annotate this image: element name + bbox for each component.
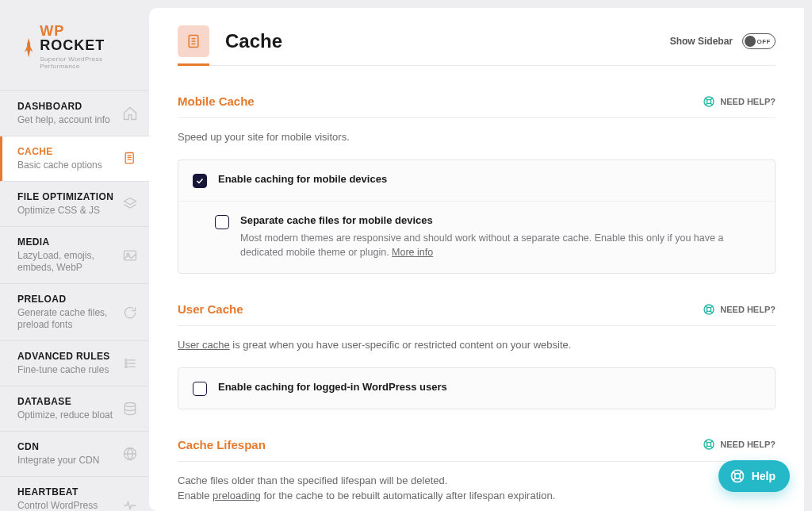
option-label: Separate cache files for mobile devices	[240, 214, 760, 226]
enable-mobile-caching-row: Enable caching for mobile devices	[178, 160, 775, 201]
mobile-cache-options: Enable caching for mobile devices Separa…	[178, 159, 776, 275]
need-help-text: NEED HELP?	[720, 440, 776, 449]
nav-label: MEDIA	[17, 236, 122, 248]
svg-point-25	[707, 307, 711, 311]
section-desc: User cache is great when you have user-s…	[178, 337, 776, 353]
nav-sub: Generate cache files, preload fonts	[17, 307, 122, 331]
nav-sub: Fine-tune cache rules	[17, 364, 110, 376]
svg-line-34	[706, 446, 708, 448]
sidebar-item-cdn[interactable]: CDN Integrate your CDN	[0, 431, 149, 476]
svg-line-26	[706, 305, 708, 308]
sidebar-item-media[interactable]: MEDIA LazyLoad, emojis, embeds, WebP	[0, 226, 149, 283]
nav-label: FILE OPTIMIZATION	[17, 191, 113, 202]
section-cache-lifespan: Cache Lifespan NEED HELP? Cache files ol…	[178, 438, 776, 512]
svg-line-29	[710, 311, 713, 313]
section-mobile-cache: Mobile Cache NEED HELP? Speed up your si…	[178, 94, 776, 274]
brand-tagline: Superior WordPress Performance	[40, 56, 132, 70]
sidebar-item-cache[interactable]: CACHE Basic cache options	[0, 136, 149, 181]
need-help-link[interactable]: NEED HELP?	[703, 303, 776, 316]
svg-line-33	[710, 440, 713, 443]
nav-label: PRELOAD	[17, 294, 122, 305]
svg-line-35	[710, 446, 713, 448]
sidebar: WP ROCKET Superior WordPress Performance…	[0, 0, 149, 511]
nav-sub: Integrate your CDN	[17, 455, 99, 467]
svg-line-40	[733, 478, 735, 481]
nav-sub: Optimize CSS & JS	[17, 205, 113, 217]
enable-mobile-caching-checkbox[interactable]	[193, 174, 207, 188]
svg-line-21	[710, 98, 713, 100]
nav-label: CDN	[17, 441, 99, 452]
option-sub: Most modern themes are responsive and sh…	[240, 231, 760, 261]
rocket-icon	[24, 38, 33, 58]
separate-mobile-cache-checkbox[interactable]	[215, 215, 229, 229]
brand-wp: WP	[40, 23, 64, 39]
sidebar-item-advanced-rules[interactable]: ADVANCED RULES Fine-tune cache rules	[0, 340, 149, 386]
svg-line-23	[710, 103, 713, 106]
sidebar-item-dashboard[interactable]: DASHBOARD Get help, account info	[0, 90, 149, 136]
help-float-label: Help	[752, 470, 776, 482]
section-title: Cache Lifespan	[178, 438, 266, 451]
svg-line-38	[733, 471, 735, 474]
svg-line-41	[739, 478, 741, 481]
nav-label: DATABASE	[17, 396, 113, 407]
svg-point-31	[707, 442, 711, 446]
nav-label: DASHBOARD	[17, 101, 110, 112]
cache-icon	[122, 151, 138, 167]
brand-logo: WP ROCKET Superior WordPress Performance	[0, 24, 149, 90]
svg-line-39	[739, 471, 741, 474]
section-desc: Speed up your site for mobile visitors.	[178, 129, 776, 145]
page-cache-icon	[178, 25, 209, 57]
show-sidebar-label: Show Sidebar	[670, 36, 733, 47]
sliders-icon	[122, 355, 138, 371]
sidebar-item-preload[interactable]: PRELOAD Generate cache files, preload fo…	[0, 283, 149, 340]
user-cache-link[interactable]: User cache	[178, 339, 230, 351]
show-sidebar-toggle[interactable]: OFF	[742, 33, 776, 49]
sidebar-item-database[interactable]: DATABASE Optimize, reduce bloat	[0, 386, 149, 431]
home-icon	[122, 106, 138, 121]
main-panel: Cache Show Sidebar OFF Mobile Cache NEED…	[149, 8, 804, 511]
preloading-link[interactable]: preloading	[213, 490, 261, 501]
svg-line-32	[706, 440, 708, 443]
option-label: Enable caching for mobile devices	[218, 173, 387, 185]
help-float-button[interactable]: Help	[718, 460, 790, 492]
section-user-cache: User Cache NEED HELP? User cache is grea…	[178, 302, 776, 409]
page-header: Cache Show Sidebar OFF	[178, 25, 776, 66]
nav-sub: Get help, account info	[17, 114, 110, 126]
nav-sub: LazyLoad, emojis, embeds, WebP	[17, 250, 122, 274]
svg-line-22	[706, 103, 708, 106]
lifebuoy-icon	[703, 438, 715, 451]
more-info-link[interactable]: More info	[392, 247, 433, 258]
svg-point-8	[125, 363, 128, 365]
need-help-text: NEED HELP?	[720, 305, 776, 314]
svg-rect-0	[125, 153, 133, 163]
nav-label: CACHE	[17, 146, 102, 157]
svg-point-19	[707, 99, 711, 103]
brand-rocket: ROCKET	[40, 37, 105, 53]
heartbeat-icon	[122, 498, 138, 512]
sidebar-nav: DASHBOARD Get help, account info CACHE B…	[0, 90, 149, 511]
need-help-text: NEED HELP?	[720, 97, 776, 106]
need-help-link[interactable]: NEED HELP?	[703, 95, 776, 108]
nav-label: ADVANCED RULES	[17, 351, 110, 362]
toggle-off-text: OFF	[757, 38, 772, 45]
sidebar-item-heartbeat[interactable]: HEARTBEAT Control WordPress Heartbeat AP…	[0, 476, 149, 511]
refresh-icon	[122, 305, 138, 321]
nav-sub: Control WordPress Heartbeat API	[17, 500, 122, 511]
media-icon	[122, 248, 138, 263]
enable-loggedin-caching-checkbox[interactable]	[193, 382, 207, 396]
need-help-link[interactable]: NEED HELP?	[703, 438, 776, 451]
globe-icon	[122, 446, 138, 462]
lifebuoy-icon	[703, 303, 715, 316]
svg-line-28	[706, 311, 708, 313]
database-icon	[122, 401, 138, 417]
nav-sub: Optimize, reduce bloat	[17, 409, 113, 421]
section-title: Mobile Cache	[178, 94, 255, 108]
svg-line-20	[706, 98, 708, 100]
lifebuoy-icon	[730, 468, 745, 484]
section-title: User Cache	[178, 302, 243, 316]
svg-point-10	[125, 366, 128, 368]
option-label: Enable caching for logged-in WordPress u…	[218, 381, 447, 393]
svg-point-12	[124, 403, 135, 407]
separate-mobile-cache-row: Separate cache files for mobile devices …	[178, 201, 775, 274]
sidebar-item-file-optimization[interactable]: FILE OPTIMIZATION Optimize CSS & JS	[0, 181, 149, 226]
